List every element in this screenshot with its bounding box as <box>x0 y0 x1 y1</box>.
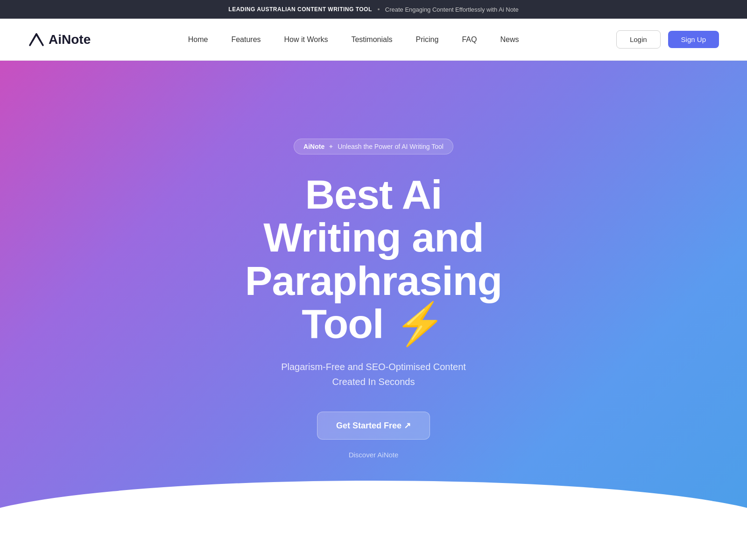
hero-title: Best Ai Writing and Paraphrasing Tool ⚡ <box>245 173 502 346</box>
nav-menu: Home Features How it Works Testimonials … <box>188 35 519 44</box>
hero-title-line2: Writing and <box>263 214 483 260</box>
badge-text: Unleash the Power of AI Writing Tool <box>338 143 444 150</box>
nav-actions: Login Sign Up <box>616 30 719 49</box>
nav-item-how-it-works[interactable]: How it Works <box>284 35 328 44</box>
signup-button[interactable]: Sign Up <box>668 31 719 48</box>
nav-item-faq[interactable]: FAQ <box>462 35 477 44</box>
nav-item-home[interactable]: Home <box>188 35 208 44</box>
nav-item-pricing[interactable]: Pricing <box>416 35 439 44</box>
hero-badge: AiNote ✦ Unleash the Power of AI Writing… <box>294 139 453 154</box>
login-button[interactable]: Login <box>616 30 661 49</box>
hero-title-line1: Best Ai <box>305 171 442 217</box>
cta-button[interactable]: Get Started Free ↗ <box>317 412 430 440</box>
hero-subtitle-line1: Plagarism-Free and SEO-Optimised Content <box>281 362 466 372</box>
nav-item-features[interactable]: Features <box>231 35 261 44</box>
logo-text: AiNote <box>49 32 91 47</box>
logo-icon <box>28 31 45 48</box>
discover-link[interactable]: Discover AiNote <box>349 451 399 459</box>
logo[interactable]: AiNote <box>28 31 91 48</box>
hero-title-line4: Tool ⚡ <box>302 301 445 347</box>
nav-link-features[interactable]: Features <box>231 35 261 43</box>
nav-item-news[interactable]: News <box>500 35 519 44</box>
hero-section: AiNote ✦ Unleash the Power of AI Writing… <box>0 61 747 555</box>
nav-link-home[interactable]: Home <box>188 35 208 43</box>
announcement-brand: Leading Australian Content Writing Tool <box>228 6 372 13</box>
nav-link-news[interactable]: News <box>500 35 519 43</box>
badge-dot: ✦ <box>328 143 334 150</box>
announcement-bar: Leading Australian Content Writing Tool … <box>0 0 747 19</box>
nav-item-testimonials[interactable]: Testimonials <box>351 35 392 44</box>
hero-title-line3: Paraphrasing <box>245 258 502 304</box>
hero-subtitle: Plagarism-Free and SEO-Optimised Content… <box>281 359 466 389</box>
nav-link-testimonials[interactable]: Testimonials <box>351 35 392 43</box>
navbar: AiNote Home Features How it Works Testim… <box>0 19 747 61</box>
nav-link-how-it-works[interactable]: How it Works <box>284 35 328 43</box>
nav-link-faq[interactable]: FAQ <box>462 35 477 43</box>
announcement-separator <box>378 8 380 10</box>
badge-brand: AiNote <box>303 143 324 150</box>
hero-subtitle-line2: Created In Seconds <box>332 377 415 387</box>
nav-link-pricing[interactable]: Pricing <box>416 35 439 43</box>
announcement-tagline: Create Engaging Content Effortlessly wit… <box>385 6 519 13</box>
